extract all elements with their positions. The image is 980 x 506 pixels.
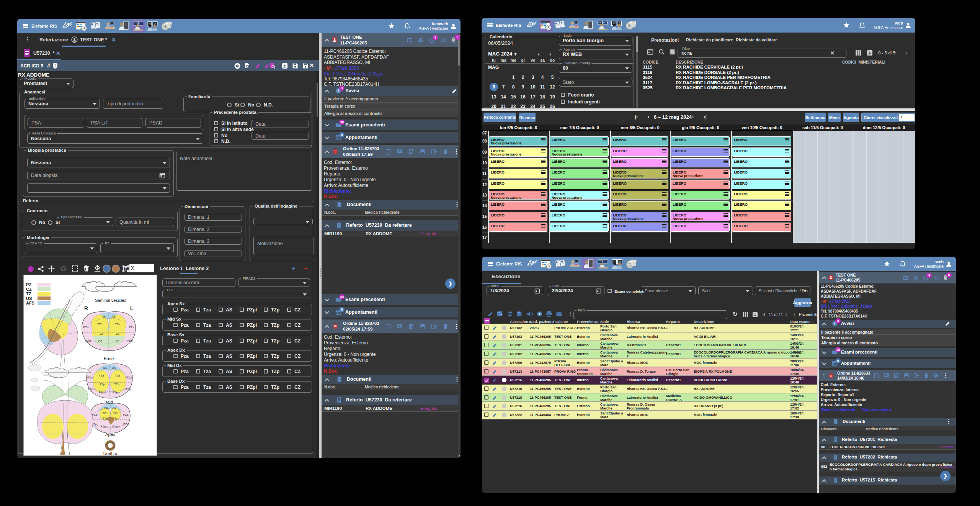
- svg-text:Apex: Apex: [105, 432, 115, 437]
- svg-text:AS: AS: [112, 315, 116, 318]
- svg-text:Base: Base: [104, 356, 114, 361]
- svg-text:PZpl: PZpl: [85, 339, 91, 342]
- svg-text:PZ: PZ: [26, 282, 31, 287]
- svg-text:PZa: PZa: [126, 376, 132, 379]
- svg-text:PZa: PZa: [123, 413, 129, 416]
- svg-text:PZa: PZa: [83, 326, 89, 329]
- svg-text:TZa: TZa: [97, 323, 103, 326]
- svg-text:AS: AS: [113, 406, 116, 409]
- svg-text:PZpl: PZpl: [125, 388, 131, 391]
- svg-text:US: US: [26, 296, 32, 301]
- svg-text:TZp: TZp: [98, 332, 103, 336]
- svg-text:PZpm: PZpm: [100, 425, 108, 428]
- svg-text:TZa: TZa: [115, 374, 120, 377]
- svg-text:PZpm: PZpm: [113, 391, 120, 394]
- svg-text:PZa: PZa: [87, 376, 93, 379]
- svg-text:TZa: TZa: [113, 411, 118, 415]
- svg-text:AS: AS: [103, 366, 107, 370]
- svg-text:AFS: AFS: [26, 301, 34, 305]
- svg-text:PZpl: PZpl: [127, 339, 133, 342]
- svg-text:PZa: PZa: [92, 413, 98, 416]
- svg-text:CZ: CZ: [115, 339, 119, 343]
- svg-text:CZ: CZ: [26, 287, 32, 291]
- svg-text:TZa: TZa: [115, 323, 120, 326]
- svg-text:TZp: TZp: [113, 417, 118, 420]
- svg-text:Seminal vesicles: Seminal vesicles: [95, 298, 126, 303]
- svg-text:Urethra: Urethra: [103, 451, 118, 455]
- svg-text:CZ: CZ: [98, 339, 102, 343]
- svg-text:PZpm: PZpm: [113, 425, 120, 428]
- svg-text:TZa: TZa: [99, 374, 104, 377]
- svg-text:AS: AS: [102, 315, 106, 318]
- svg-text:TZp: TZp: [100, 383, 105, 386]
- svg-text:TZp: TZp: [103, 417, 108, 420]
- svg-text:AS: AS: [112, 366, 116, 370]
- svg-text:PZa: PZa: [129, 326, 135, 329]
- svg-text:PZpl: PZpl: [123, 422, 129, 426]
- svg-text:L: L: [130, 305, 134, 311]
- svg-text:PZpm: PZpm: [99, 391, 106, 394]
- svg-text:R: R: [84, 305, 88, 311]
- svg-text:T: T: [124, 267, 127, 271]
- svg-text:PZpl: PZpl: [88, 388, 94, 391]
- svg-text:TZp: TZp: [114, 383, 119, 386]
- svg-text:TZa: TZa: [102, 411, 108, 415]
- svg-text:AS: AS: [104, 406, 108, 409]
- svg-text:TZp: TZp: [114, 332, 119, 336]
- svg-text:TZ: TZ: [26, 291, 31, 296]
